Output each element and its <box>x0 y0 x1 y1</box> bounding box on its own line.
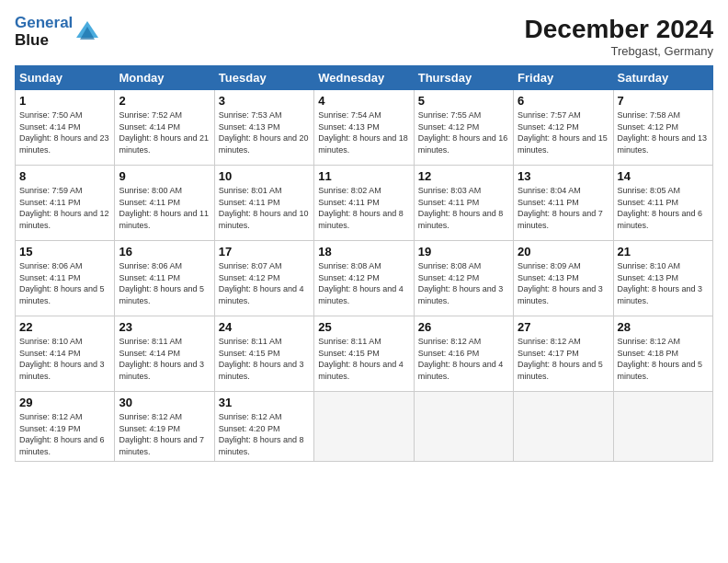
calendar-header-sunday: Sunday <box>16 66 115 90</box>
calendar-cell: 4Sunrise: 7:54 AMSunset: 4:13 PMDaylight… <box>314 90 414 166</box>
day-number: 12 <box>418 169 509 183</box>
day-info: Sunrise: 8:04 AMSunset: 4:11 PMDaylight:… <box>518 185 609 231</box>
day-number: 11 <box>318 169 409 183</box>
day-info: Sunrise: 8:00 AMSunset: 4:11 PMDaylight:… <box>119 185 210 231</box>
calendar-cell: 7Sunrise: 7:58 AMSunset: 4:12 PMDaylight… <box>613 90 712 166</box>
calendar-week-1: 1Sunrise: 7:50 AMSunset: 4:14 PMDaylight… <box>16 90 713 166</box>
day-number: 5 <box>418 94 509 108</box>
calendar-week-4: 22Sunrise: 8:10 AMSunset: 4:14 PMDayligh… <box>16 316 713 392</box>
day-number: 30 <box>119 396 210 409</box>
day-number: 24 <box>219 320 310 334</box>
day-info: Sunrise: 8:06 AMSunset: 4:11 PMDaylight:… <box>119 260 210 306</box>
day-info: Sunrise: 8:08 AMSunset: 4:12 PMDaylight:… <box>418 260 509 306</box>
day-number: 10 <box>219 169 310 183</box>
day-number: 27 <box>518 320 609 334</box>
day-number: 2 <box>119 94 210 108</box>
day-info: Sunrise: 7:50 AMSunset: 4:14 PMDaylight:… <box>19 109 110 155</box>
day-info: Sunrise: 8:02 AMSunset: 4:11 PMDaylight:… <box>318 185 409 231</box>
day-info: Sunrise: 8:10 AMSunset: 4:13 PMDaylight:… <box>618 260 709 306</box>
calendar-cell: 18Sunrise: 8:08 AMSunset: 4:12 PMDayligh… <box>314 241 414 316</box>
calendar-cell: 19Sunrise: 8:08 AMSunset: 4:12 PMDayligh… <box>414 241 513 316</box>
calendar-cell: 27Sunrise: 8:12 AMSunset: 4:17 PMDayligh… <box>514 316 613 392</box>
day-info: Sunrise: 8:03 AMSunset: 4:11 PMDaylight:… <box>418 185 509 231</box>
day-number: 26 <box>418 320 509 334</box>
day-number: 21 <box>618 245 709 259</box>
day-info: Sunrise: 8:07 AMSunset: 4:12 PMDaylight:… <box>219 260 310 306</box>
month-title: December 2024 <box>525 15 713 44</box>
day-number: 1 <box>19 94 110 108</box>
calendar-cell: 3Sunrise: 7:53 AMSunset: 4:13 PMDaylight… <box>214 90 313 166</box>
day-number: 17 <box>219 245 310 259</box>
calendar-cell: 8Sunrise: 7:59 AMSunset: 4:11 PMDaylight… <box>16 166 115 241</box>
calendar-cell: 31Sunrise: 8:12 AMSunset: 4:20 PMDayligh… <box>214 392 313 462</box>
day-number: 4 <box>318 94 409 108</box>
calendar-header-friday: Friday <box>514 66 613 90</box>
day-info: Sunrise: 7:57 AMSunset: 4:12 PMDaylight:… <box>518 109 609 155</box>
day-info: Sunrise: 8:11 AMSunset: 4:15 PMDaylight:… <box>219 336 310 382</box>
calendar-body: 1Sunrise: 7:50 AMSunset: 4:14 PMDaylight… <box>16 90 713 462</box>
day-info: Sunrise: 8:09 AMSunset: 4:13 PMDaylight:… <box>518 260 609 306</box>
calendar-week-5: 29Sunrise: 8:12 AMSunset: 4:19 PMDayligh… <box>16 392 713 462</box>
day-info: Sunrise: 8:06 AMSunset: 4:11 PMDaylight:… <box>19 260 110 306</box>
day-number: 31 <box>219 396 310 409</box>
day-number: 8 <box>19 169 110 183</box>
header: General Blue December 2024 Trebgast, Ger… <box>15 15 713 58</box>
calendar-cell: 11Sunrise: 8:02 AMSunset: 4:11 PMDayligh… <box>314 166 414 241</box>
calendar-cell: 22Sunrise: 8:10 AMSunset: 4:14 PMDayligh… <box>16 316 115 392</box>
calendar-cell: 30Sunrise: 8:12 AMSunset: 4:19 PMDayligh… <box>115 392 214 462</box>
day-info: Sunrise: 8:08 AMSunset: 4:12 PMDaylight:… <box>318 260 409 306</box>
calendar-cell: 10Sunrise: 8:01 AMSunset: 4:11 PMDayligh… <box>214 166 313 241</box>
day-info: Sunrise: 7:53 AMSunset: 4:13 PMDaylight:… <box>219 109 310 155</box>
day-number: 22 <box>19 320 110 334</box>
calendar-cell: 6Sunrise: 7:57 AMSunset: 4:12 PMDaylight… <box>514 90 613 166</box>
day-info: Sunrise: 8:05 AMSunset: 4:11 PMDaylight:… <box>618 185 709 231</box>
calendar: SundayMondayTuesdayWednesdayThursdayFrid… <box>15 65 713 462</box>
day-info: Sunrise: 8:12 AMSunset: 4:20 PMDaylight:… <box>219 411 310 457</box>
day-number: 7 <box>618 94 709 108</box>
calendar-week-2: 8Sunrise: 7:59 AMSunset: 4:11 PMDaylight… <box>16 166 713 241</box>
day-number: 3 <box>219 94 310 108</box>
day-number: 23 <box>119 320 210 334</box>
logo-text: General Blue <box>15 15 73 49</box>
day-info: Sunrise: 8:01 AMSunset: 4:11 PMDaylight:… <box>219 185 310 231</box>
calendar-cell: 9Sunrise: 8:00 AMSunset: 4:11 PMDaylight… <box>115 166 214 241</box>
calendar-cell: 5Sunrise: 7:55 AMSunset: 4:12 PMDaylight… <box>414 90 513 166</box>
logo-icon <box>74 19 100 45</box>
calendar-cell <box>514 392 613 462</box>
calendar-header-saturday: Saturday <box>613 66 712 90</box>
calendar-cell: 20Sunrise: 8:09 AMSunset: 4:13 PMDayligh… <box>514 241 613 316</box>
calendar-cell <box>314 392 414 462</box>
calendar-cell: 14Sunrise: 8:05 AMSunset: 4:11 PMDayligh… <box>613 166 712 241</box>
day-info: Sunrise: 8:11 AMSunset: 4:14 PMDaylight:… <box>119 336 210 382</box>
calendar-cell: 1Sunrise: 7:50 AMSunset: 4:14 PMDaylight… <box>16 90 115 166</box>
day-info: Sunrise: 8:10 AMSunset: 4:14 PMDaylight:… <box>19 336 110 382</box>
calendar-week-3: 15Sunrise: 8:06 AMSunset: 4:11 PMDayligh… <box>16 241 713 316</box>
calendar-cell: 12Sunrise: 8:03 AMSunset: 4:11 PMDayligh… <box>414 166 513 241</box>
day-number: 18 <box>318 245 409 259</box>
calendar-header-row: SundayMondayTuesdayWednesdayThursdayFrid… <box>16 66 713 90</box>
calendar-cell: 28Sunrise: 8:12 AMSunset: 4:18 PMDayligh… <box>613 316 712 392</box>
calendar-cell: 2Sunrise: 7:52 AMSunset: 4:14 PMDaylight… <box>115 90 214 166</box>
calendar-cell: 26Sunrise: 8:12 AMSunset: 4:16 PMDayligh… <box>414 316 513 392</box>
calendar-cell <box>613 392 712 462</box>
calendar-cell: 15Sunrise: 8:06 AMSunset: 4:11 PMDayligh… <box>16 241 115 316</box>
logo: General Blue <box>15 15 100 49</box>
calendar-cell: 24Sunrise: 8:11 AMSunset: 4:15 PMDayligh… <box>214 316 313 392</box>
calendar-cell: 29Sunrise: 8:12 AMSunset: 4:19 PMDayligh… <box>16 392 115 462</box>
day-info: Sunrise: 7:54 AMSunset: 4:13 PMDaylight:… <box>318 109 409 155</box>
calendar-header-tuesday: Tuesday <box>214 66 313 90</box>
day-number: 28 <box>618 320 709 334</box>
day-number: 19 <box>418 245 509 259</box>
day-info: Sunrise: 8:12 AMSunset: 4:19 PMDaylight:… <box>19 411 110 457</box>
day-info: Sunrise: 7:55 AMSunset: 4:12 PMDaylight:… <box>418 109 509 155</box>
day-info: Sunrise: 7:52 AMSunset: 4:14 PMDaylight:… <box>119 109 210 155</box>
calendar-header-thursday: Thursday <box>414 66 513 90</box>
title-section: December 2024 Trebgast, Germany <box>525 15 713 58</box>
day-number: 29 <box>19 396 110 409</box>
day-info: Sunrise: 8:12 AMSunset: 4:18 PMDaylight:… <box>618 336 709 382</box>
calendar-header-monday: Monday <box>115 66 214 90</box>
day-info: Sunrise: 8:12 AMSunset: 4:16 PMDaylight:… <box>418 336 509 382</box>
calendar-cell: 16Sunrise: 8:06 AMSunset: 4:11 PMDayligh… <box>115 241 214 316</box>
calendar-cell: 23Sunrise: 8:11 AMSunset: 4:14 PMDayligh… <box>115 316 214 392</box>
calendar-header-wednesday: Wednesday <box>314 66 414 90</box>
